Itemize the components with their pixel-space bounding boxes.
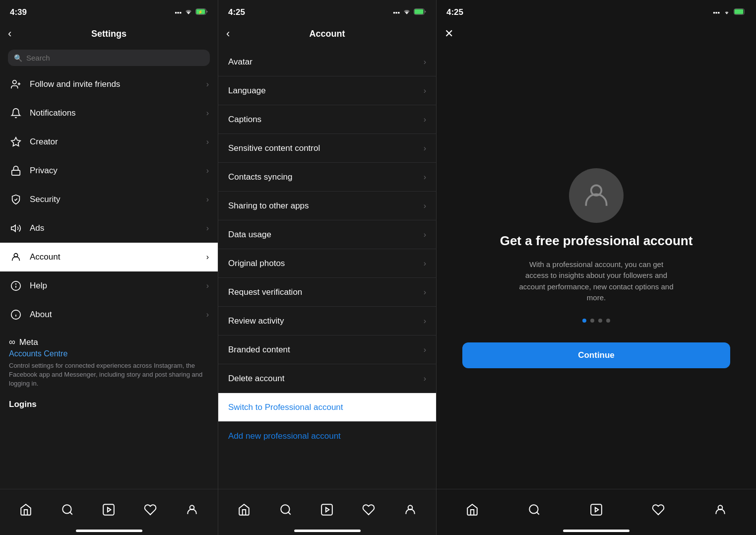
nav-reels-1[interactable] [96,497,121,522]
contacts-chevron: › [424,173,426,182]
sensitive-chevron: › [424,144,426,153]
sidebar-item-help[interactable]: Help › [0,271,218,300]
help-chevron: › [206,281,209,290]
pro-description: With a professional account, you can get… [517,259,676,304]
wifi-icon-3 [723,9,731,16]
svg-marker-33 [595,507,599,512]
nav-reels-3[interactable] [584,497,609,522]
account-panel: 4:25 ▪▪▪ ‹ Account [218,0,437,535]
svg-rect-7 [12,170,20,175]
nav-profile-1[interactable] [180,497,204,522]
sidebar-item-follow[interactable]: Follow and invite friends › [0,70,218,99]
language-chevron: › [424,86,426,95]
settings-header: ‹ Settings [0,22,218,48]
svg-marker-8 [11,225,15,232]
wifi-icon-2 [403,9,411,16]
bottom-nav-3 [437,489,756,530]
profile-avatar [569,168,624,223]
security-label: Security [30,195,206,204]
account-item-add-pro[interactable]: Add new professional account [218,422,436,451]
nav-home-2[interactable] [232,497,256,522]
account-item-avatar[interactable]: Avatar › [218,48,436,76]
ads-chevron: › [206,224,209,233]
account-item-data[interactable]: Data usage › [218,220,436,249]
nav-heart-1[interactable] [138,497,163,522]
search-bar[interactable]: 🔍 [8,50,210,66]
nav-home-3[interactable] [460,497,485,522]
nav-search-3[interactable] [522,497,547,522]
continue-button[interactable]: Continue [462,342,730,368]
status-bar-1: 4:39 ▪▪▪ ⚡ [0,0,218,22]
nav-search-2[interactable] [273,497,298,522]
search-input[interactable] [26,54,204,62]
follow-icon [9,77,23,91]
reels-icon-1 [102,503,115,516]
account-item-delete[interactable]: Delete account › [218,364,436,393]
account-item-branded[interactable]: Branded content › [218,335,436,364]
nav-heart-2[interactable] [356,497,381,522]
nav-reels-2[interactable] [315,497,339,522]
sidebar-item-notifications[interactable]: Notifications › [0,99,218,128]
nav-search-1[interactable] [55,497,80,522]
nav-home-1[interactable] [13,497,38,522]
status-time-3: 4:25 [446,7,463,17]
account-item-sensitive[interactable]: Sensitive content control › [218,134,436,163]
account-item-photos[interactable]: Original photos › [218,249,436,278]
svg-line-31 [537,512,539,515]
search-nav-icon-1 [61,503,74,516]
account-item-review[interactable]: Review activity › [218,307,436,335]
account-item-sharing[interactable]: Sharing to other apps › [218,192,436,220]
svg-rect-21 [415,9,424,14]
account-item-contacts[interactable]: Contacts syncing › [218,163,436,192]
branded-chevron: › [424,345,426,354]
sidebar-item-creator[interactable]: Creator › [0,128,218,156]
pro-title: Get a free professional account [500,233,693,249]
back-button-1[interactable]: ‹ [8,27,11,40]
dot-4 [606,319,610,323]
home-indicator-2 [294,530,361,532]
status-bar-3: 4:25 ▪▪▪ [437,0,756,22]
notifications-chevron: › [206,109,209,118]
reels-icon-3 [590,503,603,516]
settings-list: Follow and invite friends › Notification… [0,70,218,489]
close-button[interactable]: ✕ [444,27,453,40]
accounts-centre-link[interactable]: Accounts Centre [9,349,209,358]
search-icon: 🔍 [14,54,22,62]
svg-point-30 [529,505,538,513]
sidebar-item-privacy[interactable]: Privacy › [0,156,218,185]
home-indicator-3 [563,530,630,532]
help-label: Help [30,281,206,291]
security-icon [9,193,23,206]
account-item-captions[interactable]: Captions › [218,105,436,134]
account-item-language[interactable]: Language › [218,76,436,105]
settings-panel: 4:39 ▪▪▪ ⚡ ‹ Settings [0,0,218,535]
status-icons-1: ▪▪▪ ⚡ [175,8,208,16]
sidebar-item-security[interactable]: Security › [0,185,218,214]
nav-profile-2[interactable] [398,497,423,522]
sharing-chevron: › [424,201,426,210]
back-button-2[interactable]: ‹ [226,27,230,40]
svg-rect-17 [104,504,115,515]
sidebar-item-account[interactable]: Account › [0,243,218,271]
account-item-switch-pro[interactable]: Switch to Professional account [218,393,436,422]
dot-3 [598,319,602,323]
wifi-icon-1 [185,9,192,16]
about-chevron: › [206,310,209,319]
meta-label: Meta [19,337,38,347]
review-chevron: › [424,317,426,326]
sensitive-label: Sensitive content control [228,143,320,153]
sidebar-item-about[interactable]: About › [0,300,218,329]
heart-icon-3 [652,503,665,516]
sidebar-item-ads[interactable]: Ads › [0,214,218,243]
contacts-label: Contacts syncing [228,172,292,182]
svg-marker-18 [108,507,111,512]
account-item-verification[interactable]: Request verification › [218,278,436,307]
meta-section: ∞ Meta Accounts Centre Control settings … [0,329,218,393]
captions-label: Captions [228,115,261,125]
follow-label: Follow and invite friends [30,79,206,89]
privacy-chevron: › [206,166,209,175]
bottom-nav-2 [218,489,436,530]
nav-heart-3[interactable] [646,497,671,522]
account-label: Account [30,252,206,262]
nav-profile-3[interactable] [708,497,733,522]
